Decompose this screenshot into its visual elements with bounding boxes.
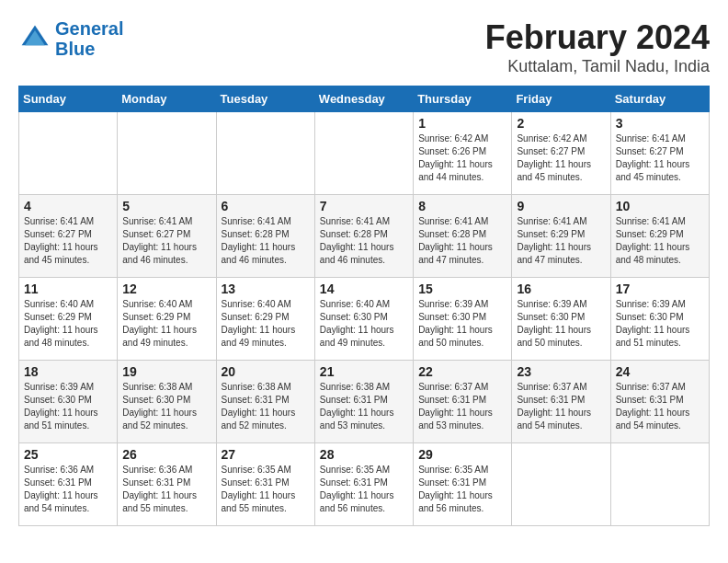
calendar-cell: 6Sunrise: 6:41 AM Sunset: 6:28 PM Daylig…: [216, 195, 314, 278]
day-info: Sunrise: 6:40 AM Sunset: 6:29 PM Dayligh…: [122, 298, 210, 350]
page-header: General Blue February 2024 Kuttalam, Tam…: [18, 18, 710, 76]
day-info: Sunrise: 6:37 AM Sunset: 6:31 PM Dayligh…: [418, 381, 506, 432]
calendar-cell: 10Sunrise: 6:41 AM Sunset: 6:29 PM Dayli…: [610, 195, 709, 278]
day-number: 18: [24, 364, 112, 379]
calendar-cell: 7Sunrise: 6:41 AM Sunset: 6:28 PM Daylig…: [314, 195, 413, 278]
day-info: Sunrise: 6:39 AM Sunset: 6:30 PM Dayligh…: [24, 381, 112, 432]
day-number: 28: [320, 447, 408, 462]
day-info: Sunrise: 6:35 AM Sunset: 6:31 PM Dayligh…: [320, 464, 408, 515]
calendar-cell: 8Sunrise: 6:41 AM Sunset: 6:28 PM Daylig…: [414, 195, 512, 278]
day-number: 1: [418, 116, 506, 131]
day-number: 8: [418, 199, 506, 213]
day-info: Sunrise: 6:40 AM Sunset: 6:29 PM Dayligh…: [222, 298, 310, 350]
day-number: 19: [122, 364, 210, 379]
day-number: 2: [517, 116, 605, 131]
day-number: 12: [122, 282, 210, 296]
calendar-cell: [19, 112, 118, 195]
day-number: 14: [320, 282, 408, 296]
calendar-cell: [118, 112, 216, 195]
calendar-week-row: 18Sunrise: 6:39 AM Sunset: 6:30 PM Dayli…: [19, 361, 710, 443]
logo: General Blue: [18, 18, 123, 59]
day-number: 16: [517, 282, 605, 296]
calendar-cell: 3Sunrise: 6:41 AM Sunset: 6:27 PM Daylig…: [610, 112, 709, 195]
day-info: Sunrise: 6:41 AM Sunset: 6:29 PM Dayligh…: [517, 215, 605, 267]
calendar-cell: 18Sunrise: 6:39 AM Sunset: 6:30 PM Dayli…: [19, 361, 118, 443]
logo-icon: [18, 22, 51, 55]
day-info: Sunrise: 6:41 AM Sunset: 6:27 PM Dayligh…: [122, 215, 210, 267]
day-number: 27: [222, 447, 310, 462]
header-day-friday: Friday: [512, 86, 610, 112]
day-info: Sunrise: 6:38 AM Sunset: 6:30 PM Dayligh…: [122, 381, 210, 432]
day-info: Sunrise: 6:35 AM Sunset: 6:31 PM Dayligh…: [418, 464, 506, 515]
calendar-cell: 17Sunrise: 6:39 AM Sunset: 6:30 PM Dayli…: [610, 278, 709, 361]
day-info: Sunrise: 6:42 AM Sunset: 6:27 PM Dayligh…: [517, 132, 605, 184]
calendar-cell: [512, 443, 610, 526]
day-number: 5: [122, 199, 210, 213]
header-day-wednesday: Wednesday: [314, 86, 413, 112]
day-info: Sunrise: 6:38 AM Sunset: 6:31 PM Dayligh…: [222, 381, 310, 432]
calendar-cell: 26Sunrise: 6:36 AM Sunset: 6:31 PM Dayli…: [118, 443, 216, 526]
calendar-cell: 5Sunrise: 6:41 AM Sunset: 6:27 PM Daylig…: [118, 195, 216, 278]
day-info: Sunrise: 6:41 AM Sunset: 6:29 PM Dayligh…: [616, 215, 704, 267]
calendar-cell: 23Sunrise: 6:37 AM Sunset: 6:31 PM Dayli…: [512, 361, 610, 443]
day-number: 11: [24, 282, 112, 296]
calendar-cell: 27Sunrise: 6:35 AM Sunset: 6:31 PM Dayli…: [216, 443, 314, 526]
calendar-cell: 19Sunrise: 6:38 AM Sunset: 6:30 PM Dayli…: [118, 361, 216, 443]
header-day-tuesday: Tuesday: [216, 86, 314, 112]
calendar-table: SundayMondayTuesdayWednesdayThursdayFrid…: [18, 86, 710, 526]
day-number: 29: [418, 447, 506, 462]
calendar-cell: 25Sunrise: 6:36 AM Sunset: 6:31 PM Dayli…: [19, 443, 118, 526]
page-subtitle: Kuttalam, Tamil Nadu, India: [485, 57, 710, 76]
day-info: Sunrise: 6:37 AM Sunset: 6:31 PM Dayligh…: [517, 381, 605, 432]
day-number: 26: [122, 447, 210, 462]
day-number: 6: [222, 199, 310, 213]
calendar-cell: 9Sunrise: 6:41 AM Sunset: 6:29 PM Daylig…: [512, 195, 610, 278]
day-number: 25: [24, 447, 112, 462]
calendar-week-row: 11Sunrise: 6:40 AM Sunset: 6:29 PM Dayli…: [19, 278, 710, 361]
day-info: Sunrise: 6:35 AM Sunset: 6:31 PM Dayligh…: [222, 464, 310, 515]
day-number: 9: [517, 199, 605, 213]
title-block: February 2024 Kuttalam, Tamil Nadu, Indi…: [485, 18, 710, 76]
day-number: 3: [616, 116, 704, 131]
calendar-cell: 14Sunrise: 6:40 AM Sunset: 6:30 PM Dayli…: [314, 278, 413, 361]
day-number: 7: [320, 199, 408, 213]
day-info: Sunrise: 6:38 AM Sunset: 6:31 PM Dayligh…: [320, 381, 408, 432]
day-info: Sunrise: 6:37 AM Sunset: 6:31 PM Dayligh…: [616, 381, 704, 432]
calendar-cell: [216, 112, 314, 195]
calendar-header-row: SundayMondayTuesdayWednesdayThursdayFrid…: [19, 86, 710, 112]
header-day-thursday: Thursday: [414, 86, 512, 112]
header-day-sunday: Sunday: [19, 86, 118, 112]
calendar-cell: 24Sunrise: 6:37 AM Sunset: 6:31 PM Dayli…: [610, 361, 709, 443]
day-number: 13: [222, 282, 310, 296]
day-info: Sunrise: 6:41 AM Sunset: 6:27 PM Dayligh…: [616, 132, 704, 184]
page-title: February 2024: [485, 18, 710, 57]
logo-text: General Blue: [55, 18, 123, 59]
day-info: Sunrise: 6:39 AM Sunset: 6:30 PM Dayligh…: [418, 298, 506, 350]
calendar-cell: 2Sunrise: 6:42 AM Sunset: 6:27 PM Daylig…: [512, 112, 610, 195]
day-info: Sunrise: 6:41 AM Sunset: 6:28 PM Dayligh…: [320, 215, 408, 267]
day-number: 21: [320, 364, 408, 379]
day-number: 23: [517, 364, 605, 379]
day-info: Sunrise: 6:40 AM Sunset: 6:30 PM Dayligh…: [320, 298, 408, 350]
day-number: 20: [222, 364, 310, 379]
day-info: Sunrise: 6:41 AM Sunset: 6:28 PM Dayligh…: [418, 215, 506, 267]
day-number: 22: [418, 364, 506, 379]
day-number: 17: [616, 282, 704, 296]
day-number: 10: [616, 199, 704, 213]
calendar-cell: 12Sunrise: 6:40 AM Sunset: 6:29 PM Dayli…: [118, 278, 216, 361]
day-info: Sunrise: 6:41 AM Sunset: 6:27 PM Dayligh…: [24, 215, 112, 267]
day-number: 4: [24, 199, 112, 213]
calendar-cell: 1Sunrise: 6:42 AM Sunset: 6:26 PM Daylig…: [414, 112, 512, 195]
calendar-cell: 15Sunrise: 6:39 AM Sunset: 6:30 PM Dayli…: [414, 278, 512, 361]
day-info: Sunrise: 6:40 AM Sunset: 6:29 PM Dayligh…: [24, 298, 112, 350]
calendar-cell: 11Sunrise: 6:40 AM Sunset: 6:29 PM Dayli…: [19, 278, 118, 361]
day-info: Sunrise: 6:36 AM Sunset: 6:31 PM Dayligh…: [122, 464, 210, 515]
calendar-cell: 29Sunrise: 6:35 AM Sunset: 6:31 PM Dayli…: [414, 443, 512, 526]
calendar-cell: 20Sunrise: 6:38 AM Sunset: 6:31 PM Dayli…: [216, 361, 314, 443]
calendar-week-row: 4Sunrise: 6:41 AM Sunset: 6:27 PM Daylig…: [19, 195, 710, 278]
calendar-week-row: 1Sunrise: 6:42 AM Sunset: 6:26 PM Daylig…: [19, 112, 710, 195]
calendar-cell: 16Sunrise: 6:39 AM Sunset: 6:30 PM Dayli…: [512, 278, 610, 361]
day-info: Sunrise: 6:36 AM Sunset: 6:31 PM Dayligh…: [24, 464, 112, 515]
calendar-cell: 13Sunrise: 6:40 AM Sunset: 6:29 PM Dayli…: [216, 278, 314, 361]
calendar-cell: 4Sunrise: 6:41 AM Sunset: 6:27 PM Daylig…: [19, 195, 118, 278]
